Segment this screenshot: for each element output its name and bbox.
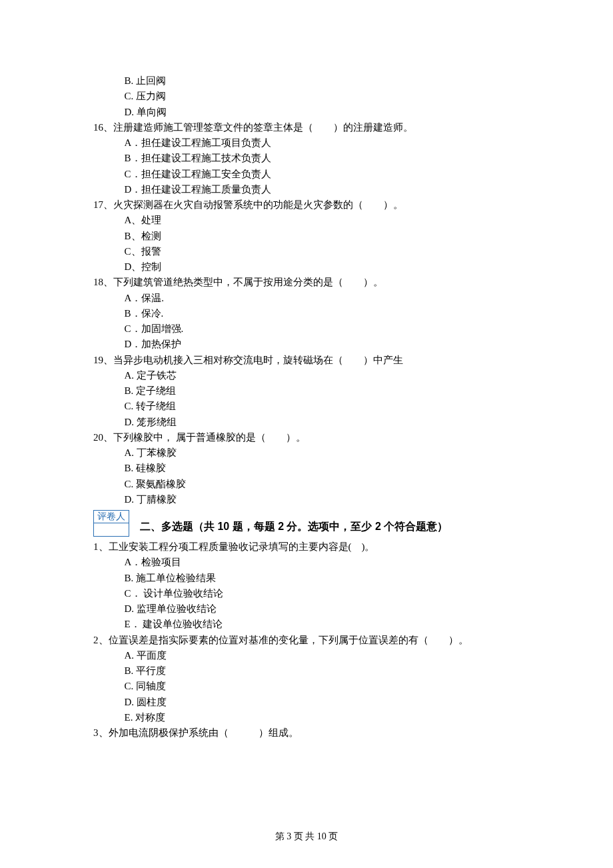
mq2-option-c: C. 同轴度 — [93, 679, 520, 694]
mq2-option-e: E. 对称度 — [93, 710, 520, 725]
grader-box: 评卷人 — [93, 510, 129, 537]
mq1-option-b: B. 施工单位检验结果 — [93, 571, 520, 586]
mq2-option-a: A. 平面度 — [93, 648, 520, 663]
q17-option-a: A、处理 — [93, 213, 520, 228]
q18-option-a: A．保温. — [93, 291, 520, 306]
q17-option-b: B、检测 — [93, 229, 520, 244]
mq1-option-e: E． 建设单位验收结论 — [93, 617, 520, 632]
q16-option-d: D．担任建设工程施工质量负责人 — [93, 182, 520, 197]
q15-option-b: B. 止回阀 — [93, 73, 520, 89]
q20-stem: 20、下列橡胶中， 属于普通橡胶的是（ ）。 — [93, 430, 520, 445]
q18-option-c: C．加固增强. — [93, 321, 520, 337]
q17-option-c: C、报警 — [93, 244, 520, 259]
q17-option-d: D、控制 — [93, 259, 520, 275]
mq1-option-a: A．检验项目 — [93, 555, 520, 570]
section2-title: 二、多选题（共 10 题，每题 2 分。选项中，至少 2 个符合题意） — [133, 519, 448, 537]
q16-option-b: B．担任建设工程施工技术负责人 — [93, 151, 520, 166]
mq2-option-b: B. 平行度 — [93, 663, 520, 679]
mq1-option-c: C． 设计单位验收结论 — [93, 586, 520, 601]
q19-option-c: C. 转子绕组 — [93, 399, 520, 414]
q19-option-b: B. 定子绕组 — [93, 383, 520, 399]
q20-option-b: B. 硅橡胶 — [93, 461, 520, 476]
mq1-stem: 1、工业安装工程分项工程质量验收记录填写的主要内容是( )。 — [93, 539, 520, 555]
q16-stem: 16、注册建造师施工管理签章文件的签章主体是（ ）的注册建造师。 — [93, 120, 520, 135]
q19-option-a: A. 定子铁芯 — [93, 368, 520, 383]
q15-option-c: C. 压力阀 — [93, 89, 520, 104]
q18-option-d: D．加热保护 — [93, 337, 520, 352]
q20-option-a: A. 丁苯橡胶 — [93, 445, 520, 461]
q16-option-a: A．担任建设工程施工项目负责人 — [93, 135, 520, 151]
q20-option-d: D. 丁腈橡胶 — [93, 492, 520, 507]
q18-stem: 18、下列建筑管道绝热类型中，不属于按用途分类的是（ ）。 — [93, 275, 520, 290]
mq2-stem: 2、位置误差是指实际要素的位置对基准的变化量，下列属于位置误差的有（ ）。 — [93, 633, 520, 648]
grader-label: 评卷人 — [93, 510, 129, 523]
q17-stem: 17、火灾探测器在火灾自动报警系统中的功能是火灾参数的（ ）。 — [93, 197, 520, 213]
page-container: B. 止回阀 C. 压力阀 D. 单向阀 16、注册建造师施工管理签章文件的签章… — [0, 0, 613, 868]
q20-option-c: C. 聚氨酯橡胶 — [93, 477, 520, 492]
page-footer: 第 3 页 共 10 页 — [0, 829, 613, 844]
q19-option-d: D. 笼形绕组 — [93, 415, 520, 430]
q18-option-b: B．保冷. — [93, 306, 520, 321]
q16-option-c: C．担任建设工程施工安全负责人 — [93, 167, 520, 182]
section2-header-row: 评卷人 二、多选题（共 10 题，每题 2 分。选项中，至少 2 个符合题意） — [93, 510, 520, 537]
mq3-stem: 3、外加电流阴极保护系统由（ ）组成。 — [93, 725, 520, 741]
q19-stem: 19、当异步电动机接入三相对称交流电时，旋转磁场在（ ）中产生 — [93, 353, 520, 368]
mq1-option-d: D. 监理单位验收结论 — [93, 601, 520, 617]
grader-blank-cell — [93, 523, 129, 537]
q15-option-d: D. 单向阀 — [93, 105, 520, 120]
mq2-option-d: D. 圆柱度 — [93, 695, 520, 710]
